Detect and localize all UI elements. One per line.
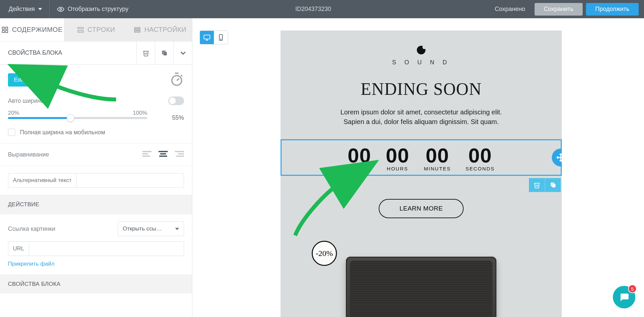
mobile-preview-button[interactable] — [214, 31, 228, 44]
desktop-preview-button[interactable] — [200, 31, 214, 44]
product-image: SONOS -20% — [315, 247, 527, 317]
panel-tabs: СОДЕРЖИМОЕ СТРОКИ НАСТРОЙКИ — [0, 18, 192, 41]
svg-rect-11 — [163, 52, 167, 55]
attach-file-link[interactable]: Прикрепить файл — [8, 261, 54, 267]
svg-rect-2 — [6, 27, 8, 29]
delete-block-button[interactable] — [136, 41, 155, 65]
grid-icon — [1, 26, 9, 33]
copy-icon — [549, 181, 557, 189]
brand-name: S O U N D — [281, 59, 562, 66]
alignment-label: Выравнивание — [8, 151, 49, 158]
top-bar: Действия Отобразить структуру ID20437323… — [0, 0, 644, 18]
full-width-mobile-label: Полная ширина на мобильном — [20, 129, 105, 136]
trash-icon — [142, 49, 150, 57]
full-width-mobile-checkbox[interactable] — [8, 129, 15, 136]
collapse-block-button[interactable] — [173, 41, 192, 65]
action-section-header: ДЕЙСТВИЕ — [0, 195, 192, 214]
image-link-label: Ссылка картинки — [8, 225, 55, 232]
tab-settings-label: НАСТРОЙКИ — [144, 26, 186, 33]
subcopy-line-1: Lorem ipsum dolor sit amet, consectetur … — [341, 108, 502, 116]
tab-content-label: СОДЕРЖИМОЕ — [12, 26, 63, 33]
rows-icon — [77, 26, 84, 33]
svg-rect-7 — [135, 27, 140, 29]
settings-icon — [134, 26, 141, 33]
timer-seconds-value: 00 — [466, 144, 495, 167]
svg-rect-6 — [78, 31, 84, 32]
tab-settings[interactable]: НАСТРОЙКИ — [128, 18, 192, 41]
block-duplicate-button[interactable] — [545, 178, 561, 192]
alt-text-input[interactable] — [77, 173, 184, 187]
timer-seconds-label: SECONDS — [466, 166, 495, 171]
open-link-select[interactable]: Открыть ссы… — [118, 222, 184, 236]
auto-width-label: Авто ширина — [8, 97, 44, 104]
svg-rect-17 — [552, 184, 555, 188]
align-left-button[interactable] — [142, 151, 152, 158]
move-block-handle[interactable] — [552, 149, 562, 166]
align-center-button[interactable] — [158, 151, 168, 158]
alignment-section: Выравнивание — [0, 144, 192, 166]
email-canvas[interactable]: S O U N D ENDING SOON Lorem ipsum dolor … — [281, 31, 562, 317]
actions-label: Действия — [9, 6, 35, 13]
copy-icon — [161, 49, 168, 57]
block-properties-title: СВОЙСТВА БЛОКА — [0, 49, 136, 56]
duplicate-block-button[interactable] — [155, 41, 173, 65]
show-structure-label: Отобразить структуру — [68, 6, 128, 13]
move-icon — [556, 153, 562, 162]
block-properties-footer-title: СВОЙСТВА БЛОКА — [8, 281, 184, 287]
svg-point-0 — [60, 8, 62, 10]
svg-rect-9 — [135, 31, 140, 32]
learn-more-button[interactable]: LEARN MORE — [379, 199, 464, 218]
actions-menu[interactable]: Действия — [5, 6, 45, 13]
saved-status: Сохранено — [495, 6, 525, 13]
mobile-icon — [217, 34, 225, 41]
chevron-down-icon — [179, 49, 187, 57]
width-slider[interactable]: 20% 100% — [8, 117, 147, 119]
support-chat-button[interactable]: 5 — [613, 286, 635, 308]
alt-text-label: Альтернативный текст — [8, 173, 77, 187]
save-button[interactable]: Сохранить — [535, 3, 583, 16]
document-id: ID204373230 — [295, 6, 331, 13]
svg-rect-1 — [2, 27, 4, 29]
chevron-down-icon — [38, 8, 42, 10]
timer-minutes-label: MINUTES — [424, 166, 451, 171]
svg-rect-8 — [135, 29, 140, 31]
timer-days-value: 00 — [348, 144, 371, 167]
svg-rect-3 — [2, 30, 4, 32]
block-delete-button[interactable] — [529, 178, 545, 192]
subcopy-text: Lorem ipsum dolor sit amet, consectetur … — [281, 107, 562, 127]
logo-mark-icon — [417, 46, 425, 54]
alt-text-field: Альтернативный текст — [8, 173, 184, 188]
eye-icon — [57, 6, 64, 13]
continue-button[interactable]: Продолжить — [586, 3, 639, 16]
tab-rows-label: СТРОКИ — [88, 26, 115, 33]
discount-badge: -20% — [312, 241, 337, 266]
svg-rect-5 — [78, 27, 84, 29]
align-right-button[interactable] — [174, 151, 184, 158]
brand-logo: S O U N D — [281, 46, 562, 66]
timer-settings-section: Edit timer Авто ширина 20% 100% 55% Полн… — [0, 65, 192, 144]
svg-rect-4 — [6, 30, 8, 32]
headline-text: ENDING SOON — [281, 79, 562, 99]
countdown-timer-block[interactable]: 00 DAYS 00 HOURS 00 MINUTES 00 SECONDS — [281, 139, 562, 176]
block-properties-header: СВОЙСТВА БЛОКА — [0, 41, 192, 65]
open-link-value: Открыть ссы… — [123, 225, 162, 232]
timer-hours-value: 00 — [386, 144, 409, 167]
svg-point-15 — [221, 39, 221, 40]
url-input[interactable] — [29, 242, 184, 256]
image-link-section: Ссылка картинки Открыть ссы… URL Прикреп… — [0, 214, 192, 275]
tab-rows[interactable]: СТРОКИ — [64, 18, 128, 41]
tab-content[interactable]: СОДЕРЖИМОЕ — [0, 18, 64, 41]
url-field: URL — [8, 241, 184, 256]
divider — [49, 0, 50, 18]
timer-minutes: 00 MINUTES — [424, 144, 451, 171]
auto-width-toggle[interactable] — [168, 96, 184, 105]
subcopy-line-2: Sapien a dui, dolor felis aliquam dignis… — [344, 118, 499, 125]
stopwatch-icon — [169, 72, 184, 88]
timer-minutes-value: 00 — [424, 144, 451, 167]
alt-text-section: Альтернативный текст — [0, 166, 192, 195]
speaker-graphic: SONOS — [346, 257, 496, 317]
action-section-title: ДЕЙСТВИЕ — [8, 201, 184, 208]
timer-hours-label: HOURS — [386, 166, 409, 171]
show-structure-toggle[interactable]: Отобразить структуру — [54, 6, 132, 13]
edit-timer-button[interactable]: Edit timer — [8, 73, 44, 87]
